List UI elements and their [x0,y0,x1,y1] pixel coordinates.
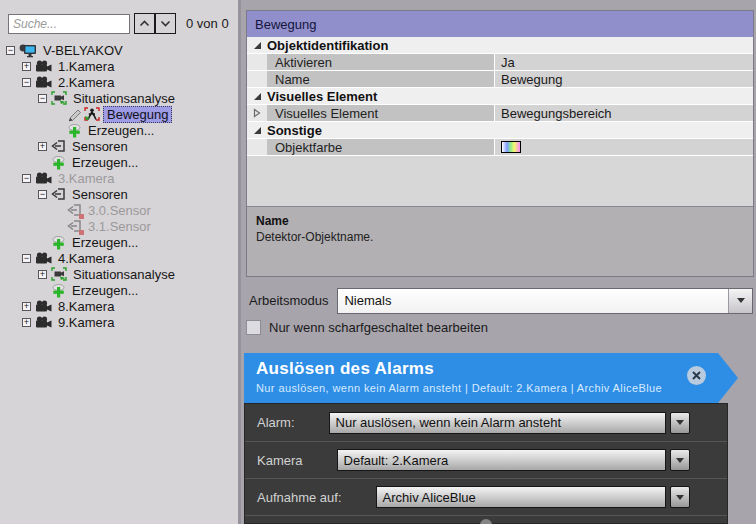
property-label[interactable]: Visuelles Element [267,105,495,121]
property-description: Name Detektor-Objektname. [247,206,753,276]
category-label: Sonstige [267,123,322,138]
collapse-icon[interactable]: − [38,94,47,103]
tree-item-3-kamera[interactable]: −3.Kamera [0,170,238,186]
tree-item-label[interactable]: Sensoren [69,187,131,202]
color-swatch[interactable] [501,141,521,153]
tree-item-3-1-sensor[interactable]: 3.1.Sensor [0,218,238,234]
category-row-sonstige[interactable]: Sonstige [247,122,753,139]
aufnahme-auf-dropdown[interactable]: Archiv AliceBlue [376,486,666,508]
alarm-banner: Auslösen des Alarms Nur auslösen, wenn k… [244,353,738,403]
kamera-dropdown[interactable]: Default: 2.Kamera [337,449,666,471]
grip-handle-icon [480,519,492,524]
collapse-icon[interactable]: − [22,254,31,263]
description-title: Name [256,214,744,228]
alarm-form-rows: Alarm:Nur auslösen, wenn kein Alarm anst… [245,404,727,515]
tree-item-1-kamera[interactable]: +1.Kamera [0,58,238,74]
tree-item-erzeugen[interactable]: Erzeugen... [0,122,238,138]
collapse-icon[interactable]: − [22,174,31,183]
category-label: Visuelles Element [267,89,377,104]
aufnahme-auf-dropdown-button[interactable] [670,486,690,508]
tree-item-label[interactable]: 8.Kamera [55,299,117,314]
expand-icon[interactable]: + [22,318,31,327]
expand-icon[interactable]: + [38,142,47,151]
object-tree-panel: 0 von 0 −V-BELYAKOV+1.Kamera−2.Kamera−Si… [0,0,241,524]
camera-icon [35,172,52,185]
armed-only-checkbox[interactable] [246,320,261,335]
collapse-icon[interactable] [247,93,267,100]
tree-item-label[interactable]: 3.0.Sensor [85,203,154,218]
armed-only-label: Nur wenn scharfgeschaltet bearbeiten [269,320,488,335]
create-icon [51,155,66,170]
expand-icon[interactable]: + [38,270,47,279]
work-mode-dropdown-button[interactable] [728,289,752,313]
close-icon[interactable] [687,366,706,385]
tree-item-8-kamera[interactable]: +8.Kamera [0,298,238,314]
search-next-button[interactable] [155,13,176,34]
tree-item-label[interactable]: V-BELYAKOV [40,43,126,58]
alarm-banner-subtitle: Nur auslösen, wenn kein Alarm ansteht | … [256,382,738,394]
property-value[interactable]: Ja [495,54,753,70]
expand-icon[interactable] [247,105,267,121]
collapse-icon[interactable]: − [22,78,31,87]
tree-item-label[interactable]: Erzeugen... [69,155,142,170]
sensor-icon [51,187,66,201]
collapse-icon[interactable] [247,42,267,49]
alarm-dropdown[interactable]: Nur auslösen, wenn kein Alarm ansteht [329,412,666,434]
search-prev-button[interactable] [134,13,155,34]
tree-item-label[interactable]: 9.Kamera [55,315,117,330]
work-mode-dropdown[interactable]: Niemals [337,288,753,314]
category-row-visuelles-element[interactable]: Visuelles Element [247,88,753,105]
sensor-icon [67,203,82,217]
tree-item-situationsanalyse[interactable]: −Situationsanalyse [0,90,238,106]
tree-item-label[interactable]: Erzeugen... [69,283,142,298]
work-mode-label: Arbeitsmodus [246,293,328,308]
tree-item-label[interactable]: 2.Kamera [55,75,117,90]
tree-item-label[interactable]: 4.Kamera [55,251,117,266]
collapse-icon[interactable]: − [6,46,15,55]
property-label[interactable]: Name [267,71,495,87]
tree-item-sensoren[interactable]: +Sensoren [0,138,238,154]
tree-item-bewegung[interactable]: Bewegung [0,106,238,122]
property-value[interactable]: Bewegungsbereich [495,105,753,121]
tree-item-situationsanalyse[interactable]: +Situationsanalyse [0,266,238,282]
tree-item-erzeugen[interactable]: Erzeugen... [0,154,238,170]
tree-item-erzeugen[interactable]: Erzeugen... [0,234,238,250]
tree-item-sensoren[interactable]: −Sensoren [0,186,238,202]
alarm-dropdown-button[interactable] [670,412,690,434]
tree-item-3-0-sensor[interactable]: 3.0.Sensor [0,202,238,218]
search-input[interactable] [8,14,130,34]
work-mode-value: Niemals [338,289,728,313]
property-value[interactable] [495,139,753,155]
expand-icon[interactable]: + [22,302,31,311]
tree-item-label[interactable]: Sensoren [69,139,131,154]
tree-item-label[interactable]: Erzeugen... [69,235,142,250]
category-row-objektidentifikation[interactable]: Objektidentifikation [247,37,753,54]
settings-panel: Bewegung ObjektidentifikationAktivierenJ… [244,0,756,524]
tree-item-v-belyakov[interactable]: −V-BELYAKOV [0,42,238,58]
expand-icon[interactable]: + [22,62,31,71]
create-icon [51,283,66,298]
kamera-dropdown-button[interactable] [670,449,690,471]
collapse-icon[interactable] [247,127,267,134]
tree-item-label[interactable]: Situationsanalyse [70,267,178,282]
sensor-icon [67,219,82,233]
property-grid-rows: ObjektidentifikationAktivierenJaNameBewe… [247,37,753,156]
camera-icon [35,316,52,329]
tree-item-9-kamera[interactable]: +9.Kamera [0,314,238,330]
property-label[interactable]: Objektfarbe [267,139,495,155]
property-label[interactable]: Aktivieren [267,54,495,70]
tree-item-label[interactable]: 3.1.Sensor [85,219,154,234]
property-value[interactable]: Bewegung [495,71,753,87]
tree-item-label[interactable]: Situationsanalyse [70,91,178,106]
tree-item-label[interactable]: 1.Kamera [55,59,117,74]
tree-item-erzeugen[interactable]: Erzeugen... [0,282,238,298]
tree-item-label[interactable]: Erzeugen... [85,123,158,138]
chevron-down-icon [737,298,745,303]
tree-item-4-kamera[interactable]: −4.Kamera [0,250,238,266]
create-icon [51,235,66,250]
collapse-icon[interactable]: − [38,190,47,199]
tree-item-label[interactable]: Bewegung [103,106,172,123]
splitter-grip[interactable] [245,515,727,523]
tree-item-2-kamera[interactable]: −2.Kamera [0,74,238,90]
tree-item-label[interactable]: 3.Kamera [55,171,117,186]
